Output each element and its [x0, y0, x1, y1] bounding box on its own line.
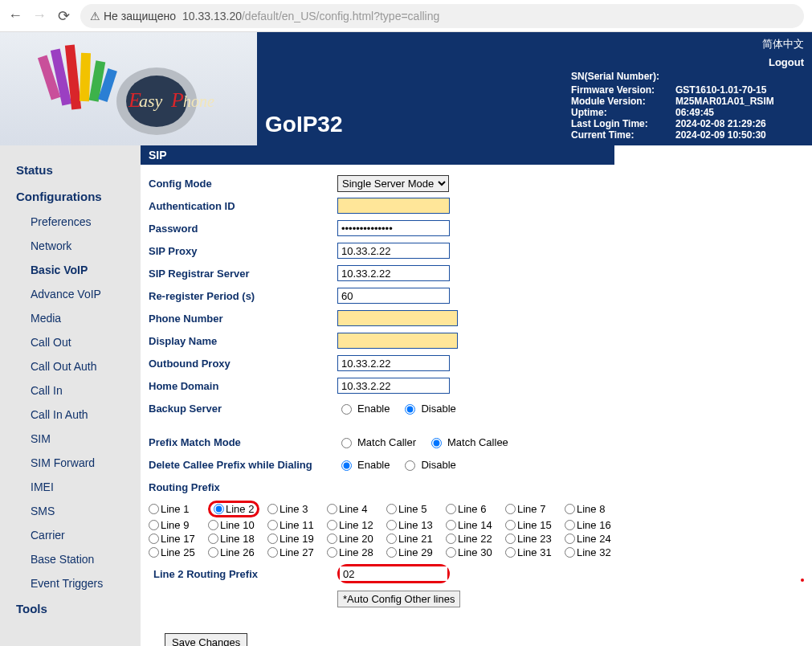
sidebar-item-call-out-auth[interactable]: Call Out Auth: [0, 354, 141, 378]
sip-proxy-label: SIP Proxy: [149, 245, 337, 257]
sidebar-item-preferences[interactable]: Preferences: [0, 210, 141, 234]
match-caller-radio[interactable]: [341, 438, 352, 448]
sidebar-status[interactable]: Status: [0, 157, 141, 183]
sidebar-item-sim[interactable]: SIM: [0, 427, 141, 451]
home-domain-input[interactable]: [337, 378, 450, 394]
save-changes-button[interactable]: Save Changes: [165, 633, 247, 646]
line-cell-6: Line 6: [446, 501, 505, 517]
line-radio-28[interactable]: [327, 547, 337, 558]
outbound-input[interactable]: [337, 355, 450, 371]
line-radio-4[interactable]: [327, 504, 337, 514]
auth-id-label: Authentication ID: [149, 200, 337, 212]
sidebar-item-base-station[interactable]: Base Station: [0, 547, 141, 571]
line-label-12: Line 12: [339, 519, 373, 531]
sidebar-item-carrier[interactable]: Carrier: [0, 523, 141, 547]
line-radio-8[interactable]: [565, 504, 575, 514]
line-radio-24[interactable]: [565, 534, 575, 544]
line-radio-19[interactable]: [267, 534, 278, 544]
sip-proxy-input[interactable]: [337, 243, 450, 259]
svg-text:P: P: [170, 88, 184, 112]
disable-label: Disable: [421, 403, 455, 415]
line-radio-25[interactable]: [149, 547, 159, 558]
sidebar-item-event-triggers[interactable]: Event Triggers: [0, 571, 141, 595]
sidebar-tools[interactable]: Tools: [0, 595, 141, 622]
line-radio-2[interactable]: [214, 504, 224, 514]
logo-area: E asy P hone: [0, 32, 257, 145]
sidebar-item-call-out[interactable]: Call Out: [0, 330, 141, 354]
backup-disable-radio[interactable]: [405, 404, 415, 415]
logout-link[interactable]: Logout: [762, 56, 804, 68]
sidebar-item-call-in[interactable]: Call In: [0, 378, 141, 403]
line-label-23: Line 23: [517, 533, 552, 545]
match-callee-radio[interactable]: [431, 438, 442, 448]
sidebar: Status Configurations PreferencesNetwork…: [0, 145, 141, 646]
url-text: 10.33.13.20/default/en_US/config.html?ty…: [182, 10, 439, 22]
display-name-input[interactable]: [337, 333, 458, 349]
sidebar-item-sim-forward[interactable]: SIM Forward: [0, 451, 141, 475]
line-radio-14[interactable]: [446, 520, 456, 530]
sidebar-configurations[interactable]: Configurations: [0, 183, 141, 210]
line-radio-15[interactable]: [505, 520, 516, 530]
line-cell-26: Line 26: [208, 546, 267, 558]
sidebar-item-advance-voip[interactable]: Advance VoIP: [0, 282, 141, 306]
line-cell-3: Line 3: [267, 501, 327, 517]
rereg-input[interactable]: [337, 288, 450, 304]
phone-input[interactable]: [337, 310, 458, 326]
sip-registrar-input[interactable]: [337, 265, 450, 281]
back-button[interactable]: ←: [8, 9, 22, 23]
line-radio-10[interactable]: [208, 520, 218, 530]
browser-bar: ← → ⟳ ⚠ Не защищено 10.33.13.20/default/…: [0, 0, 812, 32]
reload-button[interactable]: ⟳: [56, 9, 71, 23]
language-link[interactable]: 简体中文: [762, 37, 804, 51]
line-radio-27[interactable]: [267, 547, 278, 558]
line-radio-9[interactable]: [149, 520, 159, 530]
line-label-24: Line 24: [577, 533, 611, 545]
line-radio-3[interactable]: [267, 504, 278, 514]
line-radio-16[interactable]: [565, 520, 575, 530]
line-radio-29[interactable]: [386, 547, 397, 558]
line-label-13: Line 13: [398, 519, 433, 531]
line-radio-6[interactable]: [446, 504, 456, 514]
line-label-6: Line 6: [458, 503, 486, 515]
line-radio-7[interactable]: [505, 504, 516, 514]
line-radio-22[interactable]: [446, 534, 456, 544]
sidebar-item-imei[interactable]: IMEI: [0, 475, 141, 499]
line-radio-31[interactable]: [505, 547, 516, 558]
line-cell-1: Line 1: [149, 501, 208, 517]
sidebar-item-call-in-auth[interactable]: Call In Auth: [0, 403, 141, 427]
line-radio-18[interactable]: [208, 534, 218, 544]
line-radio-17[interactable]: [149, 534, 159, 544]
line-cell-15: Line 15: [505, 519, 565, 531]
backup-enable-radio[interactable]: [341, 404, 352, 415]
line-label-22: Line 22: [458, 533, 492, 545]
line-radio-1[interactable]: [149, 504, 159, 514]
warning-icon: ⚠: [90, 10, 100, 22]
line-label-18: Line 18: [220, 533, 255, 545]
line-radio-21[interactable]: [386, 534, 397, 544]
sidebar-item-basic-voip[interactable]: Basic VoIP: [0, 258, 141, 282]
sidebar-item-media[interactable]: Media: [0, 306, 141, 330]
line-radio-23[interactable]: [505, 534, 516, 544]
line-routing-input[interactable]: [340, 566, 447, 581]
password-input[interactable]: [337, 220, 450, 236]
line-cell-28: Line 28: [327, 546, 386, 558]
line-cell-20: Line 20: [327, 533, 386, 545]
sidebar-item-network[interactable]: Network: [0, 234, 141, 258]
sidebar-item-sms[interactable]: SMS: [0, 499, 141, 523]
delete-enable-radio[interactable]: [341, 460, 352, 471]
config-mode-select[interactable]: Single Server Mode: [337, 175, 449, 192]
line-radio-5[interactable]: [386, 504, 397, 514]
delete-disable-radio[interactable]: [405, 460, 415, 471]
forward-button[interactable]: →: [32, 9, 47, 23]
line-radio-20[interactable]: [327, 534, 337, 544]
auth-id-input[interactable]: [337, 198, 450, 214]
line-radio-26[interactable]: [208, 547, 218, 558]
phone-label: Phone Number: [149, 313, 337, 325]
line-radio-12[interactable]: [327, 520, 337, 530]
auto-config-button[interactable]: *Auto Config Other lines: [337, 591, 460, 607]
address-bar[interactable]: ⚠ Не защищено 10.33.13.20/default/en_US/…: [80, 4, 804, 28]
line-radio-32[interactable]: [565, 547, 575, 558]
line-radio-13[interactable]: [386, 520, 397, 530]
line-radio-11[interactable]: [267, 520, 278, 530]
line-radio-30[interactable]: [446, 547, 456, 558]
